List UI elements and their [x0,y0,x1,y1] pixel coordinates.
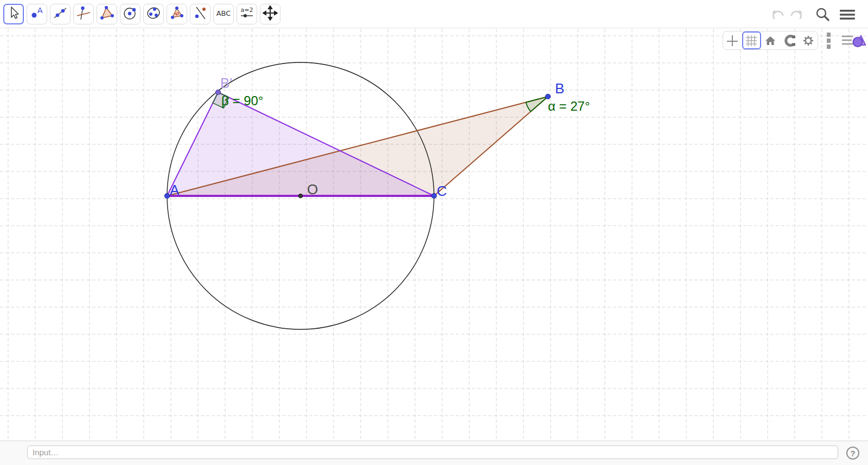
cursor-icon [6,5,21,23]
svg-text:α: α [176,10,180,16]
redo-button[interactable] [788,7,805,22]
circle-icon [123,5,138,23]
home-icon [763,34,777,48]
label-A[interactable]: A [170,182,179,199]
move-view-tool-button[interactable] [260,4,280,24]
top-toolbar: A α [0,0,868,28]
snap-to-grid-button[interactable] [780,31,799,49]
gear-icon [801,34,815,48]
circle-tool-button[interactable] [120,4,141,24]
angle-tool-button[interactable]: α [167,4,187,24]
search-icon[interactable] [814,7,831,22]
grid-icon [745,34,758,47]
slider-tool-button[interactable]: a=2 [237,4,257,24]
ellipse-tool-button[interactable] [143,4,164,24]
slider-icon: a=2 [239,5,255,23]
tool-buttons: A α [3,4,283,24]
axes-icon [725,34,739,48]
menu-icon[interactable] [839,7,856,22]
text-tool-button[interactable]: ABC [213,4,234,24]
grid-toggle-button[interactable] [742,31,761,49]
svg-text:a=2: a=2 [241,7,253,14]
point-C[interactable] [432,194,437,199]
label-B[interactable]: B [555,80,564,97]
move-tool-button[interactable] [3,4,24,24]
label--27-[interactable]: α = 27° [548,99,590,114]
graphics-controls-panel [723,31,818,50]
style-bar-icon [841,33,866,48]
construction-canvas [0,28,868,441]
angle-icon: α [169,5,184,23]
point-A[interactable] [165,194,170,199]
line-icon [53,5,68,23]
svg-text:ABC: ABC [216,9,231,17]
point-O[interactable] [299,194,303,198]
point-icon: A [29,5,44,23]
settings-button[interactable] [799,31,818,49]
move-view-icon [263,5,278,23]
perpendicular-line-icon [76,5,91,23]
magnet-icon [782,34,797,48]
axes-toggle-button[interactable] [723,31,742,49]
undo-button[interactable] [769,7,787,22]
polygon-tool-button[interactable] [97,4,117,24]
ellipse-icon [146,5,161,23]
label-O[interactable]: O [307,181,318,198]
more-options-button[interactable] [825,33,832,49]
grid [0,29,868,440]
polygon-icon [99,5,114,23]
style-bar-toggle-button[interactable] [841,33,866,50]
label--90-[interactable]: β = 90° [221,93,263,109]
algebra-input[interactable] [27,445,838,459]
label-B-[interactable]: B' [220,75,232,92]
angle-mark-B[interactable] [526,97,548,112]
point-tool-button[interactable]: A [27,4,47,24]
line-tool-button[interactable] [50,4,71,24]
help-button[interactable]: ? [846,447,859,460]
text-tool-icon: ABC [215,5,232,23]
perpendicular-line-tool-button[interactable] [73,4,94,24]
reflect-icon [193,5,208,23]
reflect-tool-button[interactable] [190,4,210,24]
label-C[interactable]: C [437,183,447,200]
input-bar: ? [0,441,868,465]
home-button[interactable] [761,31,780,49]
graphics-view[interactable] [0,28,868,441]
svg-text:A: A [37,6,43,15]
